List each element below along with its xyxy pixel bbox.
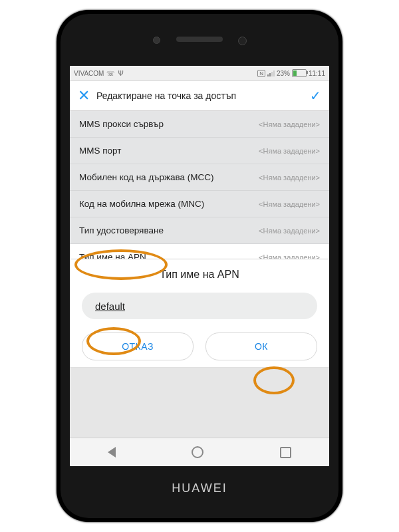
battery-pct: 23% bbox=[277, 70, 290, 77]
home-icon[interactable] bbox=[192, 446, 203, 458]
back-icon[interactable] bbox=[108, 447, 116, 458]
clock-label: 11:11 bbox=[309, 70, 325, 77]
apn-type-input[interactable] bbox=[94, 300, 305, 313]
row-value: <Няма зададени> bbox=[259, 120, 320, 128]
row-label: MMS порт bbox=[79, 146, 121, 156]
cancel-button[interactable]: ОТКАЗ bbox=[82, 332, 194, 360]
dialog-title: Тип име на APN bbox=[70, 259, 329, 293]
settings-list: MMS прокси сървър <Няма зададени> MMS по… bbox=[70, 111, 329, 271]
signal-icon bbox=[267, 70, 275, 76]
screen: VIVACOM ☏ Ψ N 23% 11:11 ✕ Редакти bbox=[70, 66, 329, 440]
row-mcc[interactable]: Мобилен код на държава (MCC) <Няма задад… bbox=[70, 164, 329, 191]
row-label: Тип удостоверяване bbox=[79, 225, 164, 235]
row-label: MMS прокси сървър bbox=[79, 119, 164, 129]
page-header: ✕ Редактиране на точка за достъп ✓ bbox=[70, 81, 329, 111]
row-mnc[interactable]: Код на мобилна мрежа (MNC) <Няма зададен… bbox=[70, 191, 329, 217]
brand-label: HUAWEI bbox=[61, 481, 338, 495]
dialog-actions: ОТКАЗ ОК bbox=[70, 332, 329, 360]
row-value: <Няма зададени> bbox=[259, 174, 320, 182]
status-bar: VIVACOM ☏ Ψ N 23% 11:11 bbox=[70, 66, 329, 81]
close-icon[interactable]: ✕ bbox=[78, 88, 90, 103]
apn-type-dialog: Тип име на APN ОТКАЗ ОК bbox=[70, 259, 329, 368]
phone-frame: VIVACOM ☏ Ψ N 23% 11:11 ✕ Редакти bbox=[57, 10, 342, 522]
row-auth-type[interactable]: Тип удостоверяване <Няма зададени> bbox=[70, 217, 329, 244]
confirm-icon[interactable]: ✓ bbox=[310, 88, 321, 104]
row-value: <Няма зададени> bbox=[259, 227, 320, 235]
android-navbar bbox=[70, 438, 329, 466]
front-camera-icon bbox=[238, 37, 247, 45]
nfc-icon: N bbox=[257, 70, 265, 77]
phone-state-icon: ☏ bbox=[106, 70, 115, 77]
row-mms-port[interactable]: MMS порт <Няма зададени> bbox=[70, 138, 329, 164]
carrier-label: VIVACOM bbox=[74, 70, 104, 77]
page-title: Редактиране на точка за достъп bbox=[96, 90, 303, 101]
usb-icon: Ψ bbox=[118, 70, 123, 77]
earpiece-icon bbox=[176, 37, 223, 42]
battery-icon bbox=[292, 69, 307, 77]
proximity-sensor-icon bbox=[153, 37, 160, 44]
recent-icon[interactable] bbox=[280, 447, 291, 458]
row-label: Мобилен код на държава (MCC) bbox=[79, 172, 213, 182]
row-value: <Няма зададени> bbox=[259, 147, 320, 155]
row-mms-proxy[interactable]: MMS прокси сървър <Няма зададени> bbox=[70, 111, 329, 138]
phone-inner: VIVACOM ☏ Ψ N 23% 11:11 ✕ Редакти bbox=[61, 14, 338, 518]
dialog-overlay: Тип име на APN ОТКАЗ ОК bbox=[70, 259, 329, 440]
row-value: <Няма зададени> bbox=[259, 200, 320, 208]
ok-button[interactable]: ОК bbox=[205, 332, 317, 360]
row-label: Код на мобилна мрежа (MNC) bbox=[79, 199, 204, 209]
apn-type-input-wrap[interactable] bbox=[82, 293, 317, 319]
